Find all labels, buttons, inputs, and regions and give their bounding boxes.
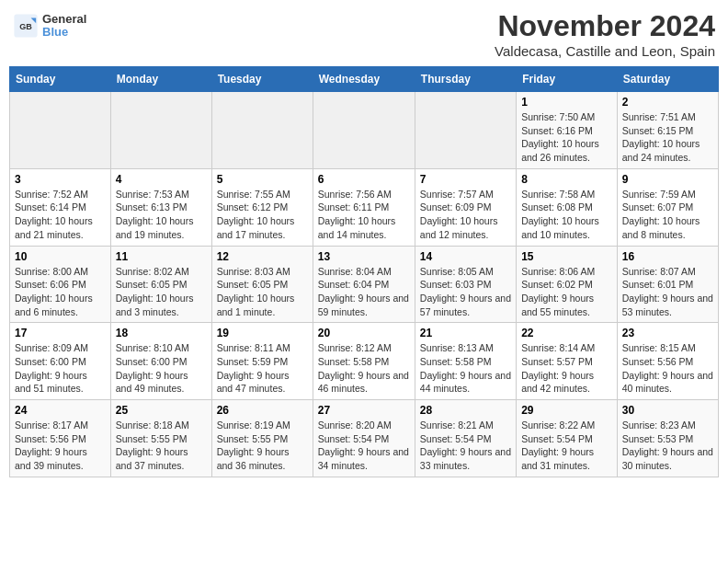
day-number: 27	[318, 404, 410, 417]
calendar-week-row: 3Sunrise: 7:52 AM Sunset: 6:14 PM Daylig…	[10, 168, 719, 246]
logo-blue: Blue	[42, 26, 86, 39]
day-info: Sunrise: 7:58 AM Sunset: 6:08 PM Dayligh…	[521, 188, 612, 242]
day-number: 2	[622, 96, 713, 109]
day-info: Sunrise: 8:13 AM Sunset: 5:58 PM Dayligh…	[420, 341, 511, 396]
calendar-cell: 25Sunrise: 8:18 AM Sunset: 5:55 PM Dayli…	[110, 400, 211, 477]
day-info: Sunrise: 8:18 AM Sunset: 5:55 PM Dayligh…	[116, 419, 207, 473]
calendar-week-row: 17Sunrise: 8:09 AM Sunset: 6:00 PM Dayli…	[10, 323, 719, 400]
day-info: Sunrise: 8:19 AM Sunset: 5:55 PM Dayligh…	[217, 419, 308, 473]
day-info: Sunrise: 8:00 AM Sunset: 6:06 PM Dayligh…	[15, 265, 106, 319]
calendar-week-row: 10Sunrise: 8:00 AM Sunset: 6:06 PM Dayli…	[10, 246, 719, 323]
calendar-cell: 16Sunrise: 8:07 AM Sunset: 6:01 PM Dayli…	[617, 246, 718, 323]
day-number: 9	[622, 173, 713, 186]
day-of-week-header: Tuesday	[211, 67, 313, 92]
day-info: Sunrise: 8:17 AM Sunset: 5:56 PM Dayligh…	[15, 419, 106, 473]
calendar-week-row: 1Sunrise: 7:50 AM Sunset: 6:16 PM Daylig…	[10, 92, 719, 169]
day-info: Sunrise: 8:03 AM Sunset: 6:05 PM Dayligh…	[217, 265, 308, 319]
day-number: 23	[622, 327, 713, 339]
calendar-cell: 1Sunrise: 7:50 AM Sunset: 6:16 PM Daylig…	[517, 92, 618, 169]
logo: GB General Blue	[13, 13, 86, 40]
calendar-cell	[313, 92, 415, 169]
calendar-cell	[415, 92, 516, 169]
day-number: 20	[318, 327, 410, 339]
day-info: Sunrise: 7:56 AM Sunset: 6:11 PM Dayligh…	[318, 188, 410, 242]
calendar-cell: 28Sunrise: 8:21 AM Sunset: 5:54 PM Dayli…	[415, 400, 516, 477]
day-info: Sunrise: 8:20 AM Sunset: 5:54 PM Dayligh…	[318, 419, 410, 473]
calendar-cell: 12Sunrise: 8:03 AM Sunset: 6:05 PM Dayli…	[211, 246, 313, 323]
calendar-cell	[110, 92, 211, 169]
day-info: Sunrise: 8:05 AM Sunset: 6:03 PM Dayligh…	[420, 265, 511, 319]
day-info: Sunrise: 8:09 AM Sunset: 6:00 PM Dayligh…	[15, 341, 106, 396]
day-number: 10	[15, 250, 106, 263]
calendar-cell: 27Sunrise: 8:20 AM Sunset: 5:54 PM Dayli…	[313, 400, 415, 477]
day-info: Sunrise: 8:10 AM Sunset: 6:00 PM Dayligh…	[116, 341, 207, 396]
day-number: 30	[622, 404, 713, 417]
day-of-week-header: Thursday	[415, 67, 516, 92]
day-number: 22	[521, 327, 612, 339]
calendar-cell: 10Sunrise: 8:00 AM Sunset: 6:06 PM Dayli…	[10, 246, 111, 323]
calendar-cell: 14Sunrise: 8:05 AM Sunset: 6:03 PM Dayli…	[415, 246, 516, 323]
day-info: Sunrise: 8:23 AM Sunset: 5:53 PM Dayligh…	[622, 419, 713, 473]
day-info: Sunrise: 8:04 AM Sunset: 6:04 PM Dayligh…	[318, 265, 410, 319]
month-title: November 2024	[495, 9, 715, 43]
calendar-cell: 20Sunrise: 8:12 AM Sunset: 5:58 PM Dayli…	[313, 323, 415, 400]
day-number: 17	[15, 327, 106, 339]
calendar-cell: 8Sunrise: 7:58 AM Sunset: 6:08 PM Daylig…	[517, 168, 618, 246]
day-info: Sunrise: 8:02 AM Sunset: 6:05 PM Dayligh…	[116, 265, 207, 319]
calendar-cell: 13Sunrise: 8:04 AM Sunset: 6:04 PM Dayli…	[313, 246, 415, 323]
day-number: 12	[217, 250, 308, 263]
day-number: 4	[116, 173, 207, 186]
day-number: 3	[15, 173, 106, 186]
svg-text:GB: GB	[19, 22, 32, 31]
calendar-week-row: 24Sunrise: 8:17 AM Sunset: 5:56 PM Dayli…	[10, 400, 719, 477]
day-number: 21	[420, 327, 511, 339]
day-of-week-header: Monday	[110, 67, 211, 92]
day-number: 16	[622, 250, 713, 263]
day-number: 18	[116, 327, 207, 339]
day-number: 19	[217, 327, 308, 339]
calendar-cell: 22Sunrise: 8:14 AM Sunset: 5:57 PM Dayli…	[517, 323, 618, 400]
day-number: 8	[521, 173, 612, 186]
calendar-cell: 2Sunrise: 7:51 AM Sunset: 6:15 PM Daylig…	[617, 92, 718, 169]
day-number: 13	[318, 250, 410, 263]
day-info: Sunrise: 8:12 AM Sunset: 5:58 PM Dayligh…	[318, 341, 410, 396]
day-info: Sunrise: 8:11 AM Sunset: 5:59 PM Dayligh…	[217, 341, 308, 396]
day-of-week-header: Wednesday	[313, 67, 415, 92]
calendar-cell: 23Sunrise: 8:15 AM Sunset: 5:56 PM Dayli…	[617, 323, 718, 400]
day-number: 5	[217, 173, 308, 186]
day-number: 14	[420, 250, 511, 263]
day-info: Sunrise: 8:22 AM Sunset: 5:54 PM Dayligh…	[521, 419, 612, 473]
calendar-cell: 19Sunrise: 8:11 AM Sunset: 5:59 PM Dayli…	[211, 323, 313, 400]
header: GB General Blue November 2024 Valdecasa,…	[9, 9, 719, 59]
calendar-header-row: SundayMondayTuesdayWednesdayThursdayFrid…	[10, 67, 719, 92]
day-info: Sunrise: 8:14 AM Sunset: 5:57 PM Dayligh…	[521, 341, 612, 396]
day-info: Sunrise: 8:06 AM Sunset: 6:02 PM Dayligh…	[521, 265, 612, 319]
day-of-week-header: Sunday	[10, 67, 111, 92]
day-number: 7	[420, 173, 511, 186]
calendar-cell: 7Sunrise: 7:57 AM Sunset: 6:09 PM Daylig…	[415, 168, 516, 246]
day-number: 28	[420, 404, 511, 417]
day-info: Sunrise: 7:59 AM Sunset: 6:07 PM Dayligh…	[622, 188, 713, 242]
calendar-cell: 6Sunrise: 7:56 AM Sunset: 6:11 PM Daylig…	[313, 168, 415, 246]
calendar-cell: 9Sunrise: 7:59 AM Sunset: 6:07 PM Daylig…	[617, 168, 718, 246]
day-info: Sunrise: 7:52 AM Sunset: 6:14 PM Dayligh…	[15, 188, 106, 242]
calendar-cell	[211, 92, 313, 169]
day-info: Sunrise: 7:53 AM Sunset: 6:13 PM Dayligh…	[116, 188, 207, 242]
calendar-cell: 5Sunrise: 7:55 AM Sunset: 6:12 PM Daylig…	[211, 168, 313, 246]
calendar-cell: 4Sunrise: 7:53 AM Sunset: 6:13 PM Daylig…	[110, 168, 211, 246]
day-info: Sunrise: 7:55 AM Sunset: 6:12 PM Dayligh…	[217, 188, 308, 242]
day-info: Sunrise: 8:21 AM Sunset: 5:54 PM Dayligh…	[420, 419, 511, 473]
calendar-cell: 18Sunrise: 8:10 AM Sunset: 6:00 PM Dayli…	[110, 323, 211, 400]
day-info: Sunrise: 7:50 AM Sunset: 6:16 PM Dayligh…	[521, 110, 612, 165]
calendar-cell: 17Sunrise: 8:09 AM Sunset: 6:00 PM Dayli…	[10, 323, 111, 400]
day-number: 11	[116, 250, 207, 263]
subtitle: Valdecasa, Castille and Leon, Spain	[495, 43, 715, 59]
calendar-cell: 11Sunrise: 8:02 AM Sunset: 6:05 PM Dayli…	[110, 246, 211, 323]
day-number: 6	[318, 173, 410, 186]
calendar-cell: 3Sunrise: 7:52 AM Sunset: 6:14 PM Daylig…	[10, 168, 111, 246]
day-info: Sunrise: 7:57 AM Sunset: 6:09 PM Dayligh…	[420, 188, 511, 242]
title-area: November 2024 Valdecasa, Castille and Le…	[495, 9, 715, 59]
logo-general: General	[42, 12, 86, 26]
day-number: 29	[521, 404, 612, 417]
calendar-cell: 30Sunrise: 8:23 AM Sunset: 5:53 PM Dayli…	[617, 400, 718, 477]
